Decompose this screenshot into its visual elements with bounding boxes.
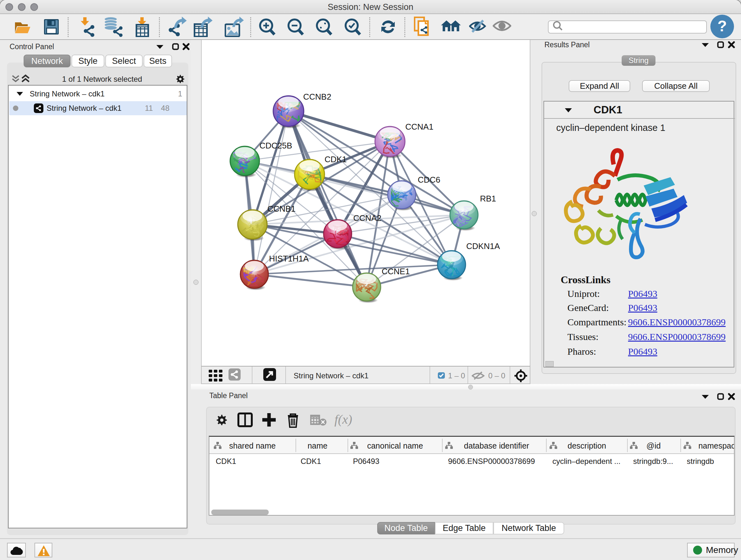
svg-text:CCNA2: CCNA2	[353, 213, 381, 223]
svg-text:CDC25B: CDC25B	[259, 141, 292, 150]
svg-text:CDC6: CDC6	[418, 175, 441, 185]
svg-text:CCNA1: CCNA1	[405, 122, 433, 132]
svg-text:?: ?	[718, 17, 727, 35]
svg-text:HIST1H1A: HIST1H1A	[269, 254, 309, 263]
svg-text:CCNB1: CCNB1	[267, 204, 295, 213]
svg-text:CCNE1: CCNE1	[382, 266, 410, 276]
svg-text:RB1: RB1	[480, 194, 496, 203]
svg-text:CCNB2: CCNB2	[303, 92, 331, 102]
svg-text:CDK1: CDK1	[325, 154, 347, 164]
svg-text:CDKN1A: CDKN1A	[466, 241, 500, 251]
